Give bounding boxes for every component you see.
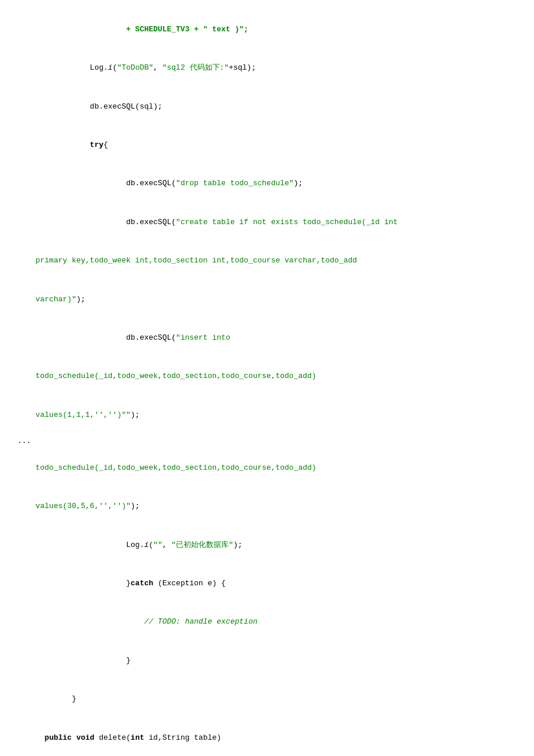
code-section: + SCHEDULE_TV3 + " text )"; Log.i("ToDoD… bbox=[17, 12, 517, 756]
code-indent bbox=[35, 541, 126, 549]
code-text: varchar)" bbox=[35, 295, 76, 304]
code-indent bbox=[35, 333, 126, 342]
code-line-10: }catch (Exception e) { bbox=[17, 566, 517, 602]
keyword-try: try bbox=[90, 141, 103, 149]
code-text: todo_schedule(_id,todo_week,todo_section… bbox=[35, 463, 316, 472]
keyword-public: public void bbox=[45, 733, 95, 742]
code-text: db.execSQL("insert into bbox=[126, 333, 230, 342]
code-line-3: db.execSQL(sql); bbox=[17, 89, 517, 125]
code-indent bbox=[35, 25, 126, 34]
code-text: } bbox=[126, 656, 131, 665]
code-text: primary key,todo_week int,todo_section i… bbox=[35, 256, 357, 265]
code-indent bbox=[35, 141, 90, 149]
code-text: } bbox=[126, 579, 131, 588]
code-indent bbox=[35, 733, 45, 742]
code-indent bbox=[35, 102, 90, 111]
code-text: { bbox=[103, 141, 108, 149]
code-text: ); bbox=[76, 295, 85, 304]
code-line-8: todo_schedule(_id,todo_week,todo_section… bbox=[17, 450, 517, 486]
code-indent bbox=[35, 656, 126, 665]
code-text: db.execSQL("create table if not exists t… bbox=[126, 218, 398, 226]
code-line-11: // TODO: handle exception bbox=[17, 604, 517, 640]
code-text: ); bbox=[131, 502, 140, 510]
code-text: ); bbox=[131, 411, 140, 419]
keyword-catch: catch bbox=[131, 579, 153, 588]
code-line-2: Log.i("ToDoDB", "sql2 代码如下:"+sql); bbox=[17, 50, 517, 86]
code-text: Log.i("ToDoDB", "sql2 代码如下:"+sql); bbox=[90, 63, 256, 72]
code-line-dots: ... bbox=[17, 435, 517, 448]
code-indent bbox=[35, 694, 71, 703]
code-line-6b: primary key,todo_week int,todo_section i… bbox=[17, 243, 517, 279]
code-line-6: db.execSQL("create table if not exists t… bbox=[17, 204, 517, 240]
code-text: db.execSQL("drop table todo_schedule"); bbox=[126, 179, 302, 188]
code-text: + SCHEDULE_TV3 + " text )" bbox=[126, 25, 244, 34]
code-line-1: + SCHEDULE_TV3 + " text )"; bbox=[17, 12, 517, 48]
code-text: ; bbox=[244, 25, 248, 34]
code-text: todo_schedule(_id,todo_week,todo_section… bbox=[35, 372, 316, 380]
code-line-7: db.execSQL("insert into bbox=[17, 320, 517, 356]
code-line-14: public void delete(int id,String table) bbox=[17, 720, 517, 756]
code-indent bbox=[35, 179, 126, 188]
code-indent bbox=[35, 617, 144, 626]
code-indent bbox=[35, 218, 126, 226]
code-line-7b: todo_schedule(_id,todo_week,todo_section… bbox=[17, 359, 517, 395]
code-line-4: try{ bbox=[17, 127, 517, 163]
code-line-8b: values(30,5,6,'','')"); bbox=[17, 488, 517, 524]
code-line-12: } bbox=[17, 643, 517, 679]
code-indent bbox=[35, 63, 90, 72]
code-line-5: db.execSQL("drop table todo_schedule"); bbox=[17, 166, 517, 202]
code-text: (Exception e) { bbox=[153, 579, 226, 588]
code-text: delete(int id,String table) bbox=[95, 733, 221, 742]
code-line-9: Log.i("", "已初始化数据库"); bbox=[17, 527, 517, 563]
code-line-6c: varchar)"); bbox=[17, 282, 517, 318]
code-line-13: } bbox=[17, 681, 517, 717]
code-indent bbox=[35, 579, 126, 588]
code-line-7c: values(1,1,1,'','')""); bbox=[17, 397, 517, 433]
code-text: values(1,1,1,'','')"" bbox=[35, 411, 131, 419]
code-text: Log.i("", "已初始化数据库"); bbox=[126, 541, 242, 549]
code-text: values(30,5,6,'','')" bbox=[35, 502, 131, 510]
code-text: db.execSQL(sql); bbox=[90, 102, 163, 111]
code-comment: // TODO: handle exception bbox=[144, 617, 257, 626]
code-text: } bbox=[72, 694, 77, 703]
